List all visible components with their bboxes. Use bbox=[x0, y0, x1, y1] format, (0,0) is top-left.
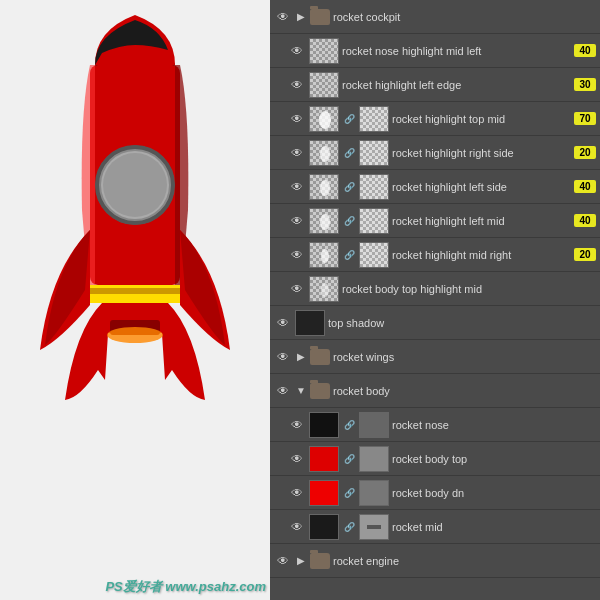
layers-panel: 👁 ▶ rocket cockpit 👁 rocket nose highlig… bbox=[270, 0, 600, 600]
layer-thumb bbox=[309, 72, 339, 98]
opacity-badge: 20 bbox=[574, 248, 596, 261]
layer-row-body-top-highlight[interactable]: 👁 rocket body top highlight mid bbox=[270, 272, 600, 306]
layer-row-rocket-body-dn[interactable]: 👁 🔗 rocket body dn bbox=[270, 476, 600, 510]
opacity-badge: 20 bbox=[574, 146, 596, 159]
expand-icon[interactable]: ▶ bbox=[295, 555, 307, 567]
layer-mask-thumb bbox=[359, 208, 389, 234]
layer-row-highlight-mid-right[interactable]: 👁 🔗 rocket highlight mid right 20 bbox=[270, 238, 600, 272]
layer-row-top-shadow[interactable]: 👁 top shadow bbox=[270, 306, 600, 340]
visibility-icon[interactable]: 👁 bbox=[288, 42, 306, 60]
layer-row-highlight-left-mid[interactable]: 👁 🔗 rocket highlight left mid 40 bbox=[270, 204, 600, 238]
layer-row-nose-highlight[interactable]: 👁 rocket nose highlight mid left 40 bbox=[270, 34, 600, 68]
layer-thumb bbox=[309, 480, 339, 506]
svg-point-4 bbox=[103, 153, 167, 217]
visibility-icon[interactable]: 👁 bbox=[288, 76, 306, 94]
svg-point-11 bbox=[319, 111, 331, 129]
layer-thumb bbox=[295, 310, 325, 336]
opacity-badge: 40 bbox=[574, 44, 596, 57]
layer-name: rocket body top highlight mid bbox=[342, 283, 596, 295]
layer-row-rocket-wings[interactable]: 👁 ▶ rocket wings bbox=[270, 340, 600, 374]
layer-mask-thumb bbox=[359, 140, 389, 166]
visibility-icon[interactable]: 👁 bbox=[288, 246, 306, 264]
layer-row-rocket-engine[interactable]: 👁 ▶ rocket engine bbox=[270, 544, 600, 578]
chain-icon: 🔗 bbox=[342, 180, 356, 194]
layer-name: rocket highlight top mid bbox=[392, 113, 571, 125]
layer-row-highlight-left-side[interactable]: 👁 🔗 rocket highlight left side 40 bbox=[270, 170, 600, 204]
visibility-icon[interactable]: 👁 bbox=[288, 144, 306, 162]
layer-row-rocket-body-top[interactable]: 👁 🔗 rocket body top bbox=[270, 442, 600, 476]
visibility-icon[interactable]: 👁 bbox=[288, 416, 306, 434]
svg-rect-7 bbox=[90, 288, 180, 294]
chain-icon: 🔗 bbox=[342, 520, 356, 534]
chain-icon: 🔗 bbox=[342, 214, 356, 228]
layer-name: rocket engine bbox=[333, 555, 596, 567]
visibility-icon[interactable]: 👁 bbox=[274, 348, 292, 366]
visibility-icon[interactable]: 👁 bbox=[288, 518, 306, 536]
layer-thumb bbox=[309, 174, 339, 200]
group-folder-icon bbox=[310, 9, 330, 25]
layer-thumb bbox=[309, 412, 339, 438]
group-folder-icon bbox=[310, 553, 330, 569]
visibility-icon[interactable]: 👁 bbox=[288, 484, 306, 502]
svg-point-14 bbox=[320, 214, 330, 230]
chain-icon: 🔗 bbox=[342, 112, 356, 126]
chain-icon: 🔗 bbox=[342, 146, 356, 160]
expand-icon[interactable]: ▶ bbox=[295, 351, 307, 363]
visibility-icon[interactable]: 👁 bbox=[274, 382, 292, 400]
layer-thumb bbox=[309, 446, 339, 472]
layer-name: rocket mid bbox=[392, 521, 596, 533]
visibility-icon[interactable]: 👁 bbox=[274, 552, 292, 570]
layer-row-rocket-cockpit[interactable]: 👁 ▶ rocket cockpit bbox=[270, 0, 600, 34]
layer-mask-thumb bbox=[359, 106, 389, 132]
layer-mask-thumb bbox=[359, 174, 389, 200]
svg-point-12 bbox=[320, 146, 330, 162]
svg-point-16 bbox=[321, 283, 329, 297]
layer-row-rocket-body[interactable]: 👁 ▼ rocket body bbox=[270, 374, 600, 408]
visibility-icon[interactable]: 👁 bbox=[288, 280, 306, 298]
visibility-icon[interactable]: 👁 bbox=[288, 110, 306, 128]
layer-mask-thumb bbox=[359, 412, 389, 438]
visibility-icon[interactable]: 👁 bbox=[288, 178, 306, 196]
layer-mask-thumb bbox=[359, 446, 389, 472]
layer-row-rocket-mid[interactable]: 👁 🔗 rocket mid bbox=[270, 510, 600, 544]
svg-point-13 bbox=[320, 180, 330, 196]
layer-mask-thumb bbox=[359, 242, 389, 268]
layer-name: rocket wings bbox=[333, 351, 596, 363]
watermark-text: PS爱好者 www.psahz.com bbox=[105, 578, 266, 596]
chain-icon: 🔗 bbox=[342, 486, 356, 500]
layer-name: rocket cockpit bbox=[333, 11, 596, 23]
rocket-canvas: PS爱好者 www.psahz.com bbox=[0, 0, 270, 600]
group-folder-icon bbox=[310, 383, 330, 399]
layer-name: rocket highlight left side bbox=[392, 181, 571, 193]
layer-name: rocket highlight left edge bbox=[342, 79, 571, 91]
layer-name: rocket body top bbox=[392, 453, 596, 465]
layer-thumb bbox=[309, 106, 339, 132]
layer-row-highlight-top-mid[interactable]: 👁 🔗 rocket highlight top mid 70 bbox=[270, 102, 600, 136]
layer-thumb bbox=[309, 276, 339, 302]
layer-name: rocket highlight right side bbox=[392, 147, 571, 159]
opacity-badge: 40 bbox=[574, 214, 596, 227]
layer-mask-thumb bbox=[359, 514, 389, 540]
layer-name: rocket highlight left mid bbox=[392, 215, 571, 227]
svg-rect-17 bbox=[367, 525, 381, 529]
svg-point-10 bbox=[107, 327, 163, 343]
opacity-badge: 30 bbox=[574, 78, 596, 91]
layer-row-rocket-nose[interactable]: 👁 🔗 rocket nose bbox=[270, 408, 600, 442]
group-folder-icon bbox=[310, 349, 330, 365]
layer-name: rocket highlight mid right bbox=[392, 249, 571, 261]
visibility-icon[interactable]: 👁 bbox=[288, 450, 306, 468]
visibility-icon[interactable]: 👁 bbox=[274, 314, 292, 332]
expand-icon[interactable]: ▼ bbox=[295, 385, 307, 397]
opacity-badge: 40 bbox=[574, 180, 596, 193]
layer-thumb bbox=[309, 514, 339, 540]
layer-thumb bbox=[309, 242, 339, 268]
layer-row-highlight-right-side[interactable]: 👁 🔗 rocket highlight right side 20 bbox=[270, 136, 600, 170]
chain-icon: 🔗 bbox=[342, 452, 356, 466]
layer-row-highlight-left-edge[interactable]: 👁 rocket highlight left edge 30 bbox=[270, 68, 600, 102]
chain-icon: 🔗 bbox=[342, 248, 356, 262]
visibility-icon[interactable]: 👁 bbox=[274, 8, 292, 26]
layer-name: rocket body dn bbox=[392, 487, 596, 499]
expand-icon[interactable]: ▶ bbox=[295, 11, 307, 23]
visibility-icon[interactable]: 👁 bbox=[288, 212, 306, 230]
opacity-badge: 70 bbox=[574, 112, 596, 125]
